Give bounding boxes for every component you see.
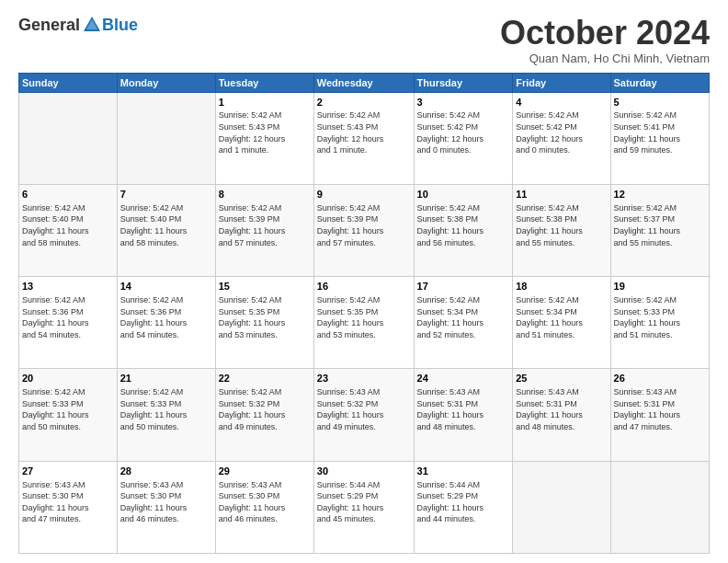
calendar-cell: 3Sunrise: 5:42 AMSunset: 5:42 PMDaylight… [414, 92, 513, 184]
day-detail: Sunrise: 5:42 AMSunset: 5:42 PMDaylight:… [417, 109, 510, 155]
calendar-cell: 19Sunrise: 5:42 AMSunset: 5:33 PMDayligh… [610, 277, 709, 369]
day-number: 6 [22, 188, 114, 201]
day-detail: Sunrise: 5:42 AMSunset: 5:36 PMDaylight:… [22, 294, 114, 340]
day-detail: Sunrise: 5:42 AMSunset: 5:39 PMDaylight:… [317, 202, 411, 248]
col-tuesday: Tuesday [215, 73, 313, 92]
logo-general: General [18, 16, 80, 35]
day-number: 31 [417, 465, 510, 478]
day-detail: Sunrise: 5:42 AMSunset: 5:33 PMDaylight:… [614, 294, 706, 340]
day-number: 27 [22, 465, 114, 478]
calendar-cell: 23Sunrise: 5:43 AMSunset: 5:32 PMDayligh… [313, 369, 414, 461]
page: General Blue October 2024 Quan Nam, Ho C… [0, 0, 728, 563]
day-number: 13 [22, 280, 114, 293]
day-number: 5 [614, 96, 706, 109]
day-detail: Sunrise: 5:42 AMSunset: 5:35 PMDaylight:… [219, 294, 311, 340]
calendar-week-2: 6Sunrise: 5:42 AMSunset: 5:40 PMDaylight… [19, 184, 710, 276]
calendar-cell: 6Sunrise: 5:42 AMSunset: 5:40 PMDaylight… [19, 184, 118, 276]
calendar-cell: 11Sunrise: 5:42 AMSunset: 5:38 PMDayligh… [513, 184, 610, 276]
day-number: 9 [317, 188, 411, 201]
day-number: 28 [120, 465, 212, 478]
day-number: 16 [317, 280, 411, 293]
calendar-cell: 1Sunrise: 5:42 AMSunset: 5:43 PMDaylight… [215, 92, 313, 184]
calendar-cell: 13Sunrise: 5:42 AMSunset: 5:36 PMDayligh… [19, 277, 118, 369]
calendar-cell: 20Sunrise: 5:42 AMSunset: 5:33 PMDayligh… [19, 369, 118, 461]
day-number: 30 [317, 465, 411, 478]
calendar-cell: 2Sunrise: 5:42 AMSunset: 5:43 PMDaylight… [313, 92, 414, 184]
calendar-cell: 22Sunrise: 5:42 AMSunset: 5:32 PMDayligh… [215, 369, 313, 461]
day-number: 8 [219, 188, 311, 201]
calendar-cell: 15Sunrise: 5:42 AMSunset: 5:35 PMDayligh… [215, 277, 313, 369]
day-number: 7 [120, 188, 212, 201]
calendar-cell: 31Sunrise: 5:44 AMSunset: 5:29 PMDayligh… [414, 461, 513, 553]
col-sunday: Sunday [19, 73, 118, 92]
day-number: 14 [120, 280, 212, 293]
day-number: 3 [417, 96, 510, 109]
day-detail: Sunrise: 5:42 AMSunset: 5:43 PMDaylight:… [317, 109, 411, 155]
day-detail: Sunrise: 5:42 AMSunset: 5:41 PMDaylight:… [614, 109, 706, 155]
day-detail: Sunrise: 5:43 AMSunset: 5:30 PMDaylight:… [120, 479, 212, 525]
day-detail: Sunrise: 5:42 AMSunset: 5:34 PMDaylight:… [417, 294, 510, 340]
day-detail: Sunrise: 5:43 AMSunset: 5:31 PMDaylight:… [417, 386, 510, 432]
calendar-table: Sunday Monday Tuesday Wednesday Thursday… [18, 73, 710, 554]
calendar-cell: 12Sunrise: 5:42 AMSunset: 5:37 PMDayligh… [610, 184, 709, 276]
day-detail: Sunrise: 5:42 AMSunset: 5:33 PMDaylight:… [120, 386, 212, 432]
logo-blue: Blue [102, 16, 138, 35]
day-detail: Sunrise: 5:44 AMSunset: 5:29 PMDaylight:… [317, 479, 411, 525]
calendar-cell: 26Sunrise: 5:43 AMSunset: 5:31 PMDayligh… [610, 369, 709, 461]
col-monday: Monday [117, 73, 215, 92]
calendar-cell: 21Sunrise: 5:42 AMSunset: 5:33 PMDayligh… [117, 369, 215, 461]
day-number: 4 [516, 96, 607, 109]
day-detail: Sunrise: 5:43 AMSunset: 5:31 PMDaylight:… [516, 386, 607, 432]
calendar-cell: 29Sunrise: 5:43 AMSunset: 5:30 PMDayligh… [215, 461, 313, 553]
day-number: 12 [614, 188, 706, 201]
calendar-week-3: 13Sunrise: 5:42 AMSunset: 5:36 PMDayligh… [19, 277, 710, 369]
calendar-cell: 8Sunrise: 5:42 AMSunset: 5:39 PMDaylight… [215, 184, 313, 276]
day-detail: Sunrise: 5:43 AMSunset: 5:31 PMDaylight:… [614, 386, 706, 432]
day-number: 24 [417, 372, 510, 385]
calendar-cell: 28Sunrise: 5:43 AMSunset: 5:30 PMDayligh… [117, 461, 215, 553]
calendar-cell: 5Sunrise: 5:42 AMSunset: 5:41 PMDaylight… [610, 92, 709, 184]
col-wednesday: Wednesday [313, 73, 414, 92]
calendar-cell: 14Sunrise: 5:42 AMSunset: 5:36 PMDayligh… [117, 277, 215, 369]
day-number: 21 [120, 372, 212, 385]
calendar-week-5: 27Sunrise: 5:43 AMSunset: 5:30 PMDayligh… [19, 461, 710, 553]
calendar-week-4: 20Sunrise: 5:42 AMSunset: 5:33 PMDayligh… [19, 369, 710, 461]
calendar-cell [610, 461, 709, 553]
calendar-cell: 9Sunrise: 5:42 AMSunset: 5:39 PMDaylight… [313, 184, 414, 276]
day-detail: Sunrise: 5:42 AMSunset: 5:33 PMDaylight:… [22, 386, 114, 432]
calendar-cell: 18Sunrise: 5:42 AMSunset: 5:34 PMDayligh… [513, 277, 610, 369]
calendar-cell [513, 461, 610, 553]
day-detail: Sunrise: 5:43 AMSunset: 5:30 PMDaylight:… [22, 479, 114, 525]
calendar-cell: 25Sunrise: 5:43 AMSunset: 5:31 PMDayligh… [513, 369, 610, 461]
day-detail: Sunrise: 5:42 AMSunset: 5:43 PMDaylight:… [219, 109, 311, 155]
calendar-cell: 4Sunrise: 5:42 AMSunset: 5:42 PMDaylight… [513, 92, 610, 184]
day-detail: Sunrise: 5:42 AMSunset: 5:35 PMDaylight:… [317, 294, 411, 340]
col-friday: Friday [513, 73, 610, 92]
day-detail: Sunrise: 5:42 AMSunset: 5:39 PMDaylight:… [219, 202, 311, 248]
calendar-cell [19, 92, 118, 184]
day-detail: Sunrise: 5:42 AMSunset: 5:38 PMDaylight:… [516, 202, 607, 248]
day-detail: Sunrise: 5:42 AMSunset: 5:40 PMDaylight:… [22, 202, 114, 248]
day-detail: Sunrise: 5:43 AMSunset: 5:30 PMDaylight:… [219, 479, 311, 525]
calendar-cell: 17Sunrise: 5:42 AMSunset: 5:34 PMDayligh… [414, 277, 513, 369]
day-number: 1 [219, 96, 311, 109]
month-title: October 2024 [500, 15, 710, 52]
calendar-cell: 16Sunrise: 5:42 AMSunset: 5:35 PMDayligh… [313, 277, 414, 369]
day-number: 10 [417, 188, 510, 201]
day-number: 15 [219, 280, 311, 293]
day-number: 2 [317, 96, 411, 109]
calendar-week-1: 1Sunrise: 5:42 AMSunset: 5:43 PMDaylight… [19, 92, 710, 184]
day-number: 19 [614, 280, 706, 293]
col-saturday: Saturday [610, 73, 709, 92]
day-detail: Sunrise: 5:42 AMSunset: 5:32 PMDaylight:… [219, 386, 311, 432]
logo-icon [82, 15, 102, 35]
logo: General Blue [18, 15, 138, 35]
day-detail: Sunrise: 5:42 AMSunset: 5:40 PMDaylight:… [120, 202, 212, 248]
day-number: 18 [516, 280, 607, 293]
calendar-cell: 10Sunrise: 5:42 AMSunset: 5:38 PMDayligh… [414, 184, 513, 276]
day-number: 23 [317, 372, 411, 385]
subtitle: Quan Nam, Ho Chi Minh, Vietnam [500, 52, 710, 65]
day-detail: Sunrise: 5:42 AMSunset: 5:38 PMDaylight:… [417, 202, 510, 248]
day-detail: Sunrise: 5:42 AMSunset: 5:37 PMDaylight:… [614, 202, 706, 248]
day-detail: Sunrise: 5:42 AMSunset: 5:42 PMDaylight:… [516, 109, 607, 155]
